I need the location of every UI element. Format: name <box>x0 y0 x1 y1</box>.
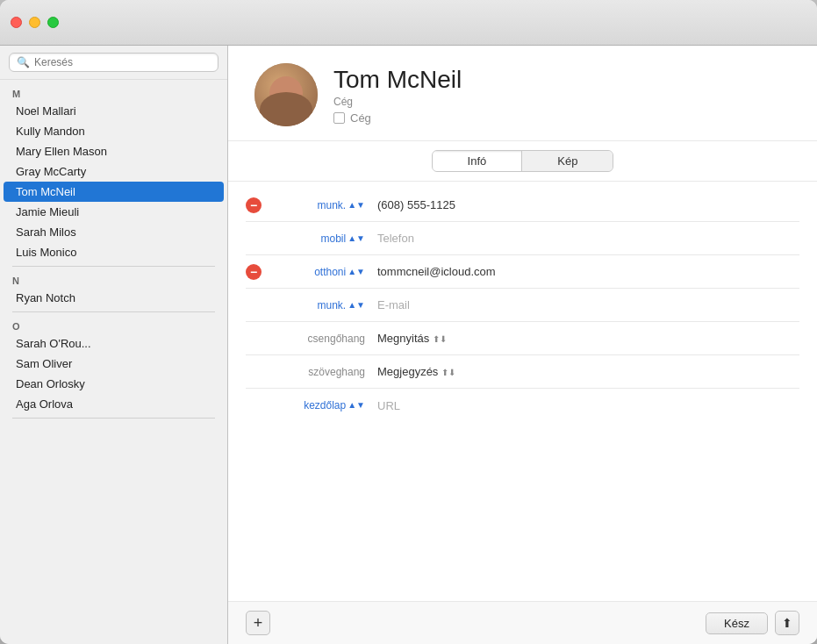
fields-area: − munk. ▲▼ (608) 555-1125 mobil ▲▼ Telef… <box>228 182 817 601</box>
section-header-o: O <box>0 316 227 333</box>
avatar <box>254 63 318 126</box>
share-button[interactable]: ⬆ <box>775 611 799 635</box>
search-input-wrap[interactable]: 🔍 <box>9 53 219 72</box>
field-row-email-work: munk. ▲▼ E-mail <box>246 289 799 322</box>
titlebar <box>0 0 817 46</box>
bottom-bar: + Kész ⬆ <box>228 601 817 644</box>
section-divider <box>12 311 215 312</box>
field-label-mobile[interactable]: mobil <box>321 233 347 245</box>
minus-button-email-home[interactable]: − <box>246 264 262 280</box>
section-divider <box>12 266 215 267</box>
contact-item[interactable]: Dean Orlosky <box>4 374 224 394</box>
main-content: 🔍 MNoel MallariKully MandonMary Ellen Ma… <box>0 46 817 644</box>
field-row-url: kezdőlap ▲▼ URL <box>246 389 799 422</box>
field-label-ringtone: csengőhang <box>308 333 365 345</box>
maximize-button[interactable] <box>47 17 59 28</box>
field-label-area-texttone: szöveghang <box>269 366 365 378</box>
field-label-phone-work[interactable]: munk. <box>318 199 347 211</box>
bottom-right: Kész ⬆ <box>706 611 799 635</box>
company-row: Cég <box>333 111 791 125</box>
field-value-ringtone[interactable]: Megnyitás ⬆⬇ <box>372 330 799 347</box>
section-header-m: M <box>0 83 227 101</box>
field-label-area-url: kezdőlap ▲▼ <box>269 399 365 411</box>
field-label-area-email-work: munk. ▲▼ <box>269 299 365 311</box>
field-label-url[interactable]: kezdőlap <box>304 399 346 411</box>
field-row-email-home: − otthoni ▲▼ tommcneil@icloud.com <box>246 255 799 289</box>
field-row-phone-work: − munk. ▲▼ (608) 555-1125 <box>246 189 799 222</box>
section-divider <box>12 418 215 419</box>
done-button[interactable]: Kész <box>706 612 768 634</box>
contact-item[interactable]: Noel Mallari <box>4 101 224 121</box>
tab-kep[interactable]: Kép <box>522 151 613 171</box>
field-value-email-home[interactable]: tommcneil@icloud.com <box>372 263 799 280</box>
stepper-icon-email-work[interactable]: ▲▼ <box>348 302 365 309</box>
contact-item[interactable]: Sarah Milos <box>4 222 224 242</box>
contact-item[interactable]: Aga Orlova <box>4 394 224 414</box>
field-label-texttone: szöveghang <box>308 366 365 378</box>
tab-group: Infó Kép <box>432 150 614 172</box>
share-icon: ⬆ <box>782 616 792 630</box>
avatar-image <box>254 63 318 126</box>
contact-first-name: Tom <box>333 66 380 93</box>
field-row-phone-mobile: mobil ▲▼ Telefon <box>246 222 799 255</box>
field-value-email-work[interactable]: E-mail <box>372 297 799 313</box>
detail-panel: Tom McNeil Cég Cég Infó Kép <box>228 46 817 644</box>
contact-header: Tom McNeil Cég Cég <box>228 46 817 141</box>
section-header-n: N <box>0 270 227 288</box>
field-value-mobile[interactable]: Telefon <box>372 230 799 247</box>
stepper-icon-url[interactable]: ▲▼ <box>348 402 365 409</box>
company-field-text: Cég <box>350 111 371 125</box>
company-checkbox[interactable] <box>333 112 345 124</box>
contact-item[interactable]: Jamie Mieuli <box>4 202 224 222</box>
field-label-area-mobile: mobil ▲▼ <box>269 233 365 245</box>
search-icon: 🔍 <box>17 56 30 68</box>
tab-info[interactable]: Infó <box>433 151 522 171</box>
field-label-area-phone-work: munk. ▲▼ <box>269 199 365 211</box>
contact-item[interactable]: Sarah O'Rou... <box>4 333 224 354</box>
avatar-face <box>269 76 303 110</box>
stepper-icon-email-home[interactable]: ▲▼ <box>348 268 365 275</box>
minus-button-phone-work[interactable]: − <box>246 197 262 213</box>
stepper-icon-mobile[interactable]: ▲▼ <box>348 235 365 242</box>
stepper-icon-phone-work[interactable]: ▲▼ <box>348 202 365 209</box>
contact-list: MNoel MallariKully MandonMary Ellen Maso… <box>0 80 227 644</box>
tab-bar: Infó Kép <box>228 141 817 182</box>
field-row-ringtone: csengőhang Megnyitás ⬆⬇ <box>246 322 799 355</box>
traffic-lights <box>11 17 59 28</box>
field-label-email-work[interactable]: munk. <box>318 299 347 311</box>
close-button[interactable] <box>11 17 22 28</box>
field-value-url[interactable]: URL <box>372 397 799 414</box>
contact-item[interactable]: Tom McNeil <box>4 182 224 202</box>
contact-item[interactable]: Kully Mandon <box>4 121 224 141</box>
sidebar: 🔍 MNoel MallariKully MandonMary Ellen Ma… <box>0 46 228 644</box>
add-field-button[interactable]: + <box>246 611 270 635</box>
contact-name-block: Tom McNeil Cég Cég <box>333 65 791 125</box>
field-label-area-email-home: otthoni ▲▼ <box>269 266 365 278</box>
field-label-area-ringtone: csengőhang <box>269 333 365 345</box>
minimize-button[interactable] <box>29 17 40 28</box>
field-row-texttone: szöveghang Megjegyzés ⬆⬇ <box>246 355 799 389</box>
contact-item[interactable]: Sam Oliver <box>4 354 224 374</box>
contacts-window: 🔍 MNoel MallariKully MandonMary Ellen Ma… <box>0 0 817 644</box>
contact-item[interactable]: Gray McCarty <box>4 161 224 182</box>
search-input[interactable] <box>34 56 211 68</box>
company-label: Cég <box>333 96 791 108</box>
contact-full-name: Tom McNeil <box>333 65 791 95</box>
field-value-phone-work[interactable]: (608) 555-1125 <box>372 197 799 213</box>
contact-item[interactable]: Mary Ellen Mason <box>4 141 224 161</box>
field-label-email-home[interactable]: otthoni <box>314 266 346 278</box>
contact-item[interactable]: Luis Monico <box>4 242 224 262</box>
field-value-texttone[interactable]: Megjegyzés ⬆⬇ <box>372 363 799 380</box>
search-bar: 🔍 <box>0 46 227 80</box>
contact-item[interactable]: Ryan Notch <box>4 288 224 308</box>
contact-last-name: McNeil <box>387 66 462 93</box>
